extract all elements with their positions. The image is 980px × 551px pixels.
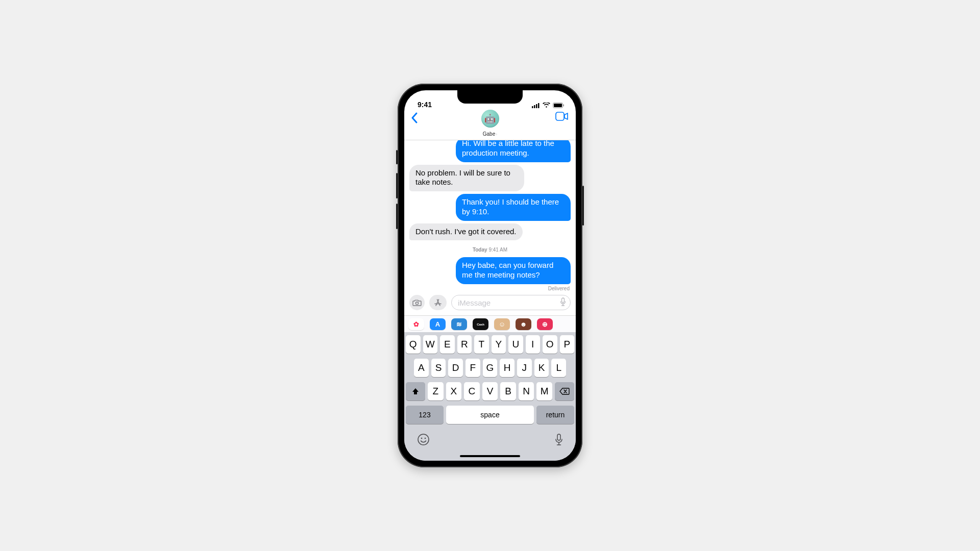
key-s[interactable]: S (431, 359, 446, 377)
battery-icon (553, 103, 565, 108)
key-d[interactable]: D (448, 359, 463, 377)
svg-rect-6 (564, 105, 564, 107)
key-j[interactable]: J (517, 359, 532, 377)
return-key[interactable]: return (536, 406, 574, 424)
key-i[interactable]: I (526, 335, 541, 354)
svg-rect-7 (556, 112, 564, 120)
svg-point-10 (418, 434, 429, 445)
key-y[interactable]: Y (492, 335, 506, 354)
appstore-app-icon[interactable]: A (430, 318, 446, 330)
cellular-icon (532, 103, 540, 108)
chevron-right-icon: › (496, 132, 497, 137)
hashtag-app-icon[interactable]: ⊕ (537, 318, 553, 330)
iphone-frame: 9:41 🤖 Gabe› (398, 84, 582, 467)
keyboard: QWERTYUIOP ASDFGHJKL ZXCVBNM 123 space r… (404, 332, 576, 461)
svg-rect-3 (538, 103, 540, 108)
message-input[interactable]: iMessage (451, 295, 571, 310)
home-indicator[interactable] (460, 455, 520, 457)
audio-app-icon[interactable]: ≋ (451, 318, 467, 330)
key-p[interactable]: P (560, 335, 575, 354)
key-v[interactable]: V (482, 382, 498, 400)
key-k[interactable]: K (534, 359, 549, 377)
shift-key[interactable] (406, 382, 425, 400)
message-received[interactable]: Don't rush. I've got it covered. (409, 223, 523, 241)
key-z[interactable]: Z (428, 382, 444, 400)
back-button[interactable] (410, 112, 419, 126)
emoji-key[interactable] (417, 433, 430, 448)
svg-point-11 (421, 438, 423, 439)
mic-icon[interactable] (560, 297, 566, 308)
svg-rect-13 (557, 434, 560, 440)
animoji-app-icon[interactable]: ☻ (516, 318, 531, 330)
key-f[interactable]: F (465, 359, 480, 377)
nav-bar: 🤖 Gabe› (404, 109, 576, 140)
key-o[interactable]: O (543, 335, 557, 354)
svg-rect-9 (562, 298, 565, 303)
key-t[interactable]: T (474, 335, 489, 354)
key-c[interactable]: C (464, 382, 480, 400)
space-key[interactable]: space (446, 406, 534, 424)
message-sent[interactable]: Thank you! I should be there by 9:10. (456, 194, 571, 221)
svg-point-12 (425, 438, 426, 439)
wifi-icon (543, 103, 550, 108)
svg-rect-0 (532, 106, 533, 108)
key-a[interactable]: A (414, 359, 429, 377)
key-n[interactable]: N (519, 382, 534, 400)
avatar: 🤖 (481, 110, 499, 128)
contact-name: Gabe (483, 131, 495, 137)
imessage-app-strip[interactable]: ✿A≋Cash☺☻⊕ (404, 315, 576, 332)
photos-app-icon[interactable]: ✿ (408, 318, 424, 330)
key-l[interactable]: L (551, 359, 566, 377)
dictation-key[interactable] (555, 434, 563, 448)
key-r[interactable]: R (457, 335, 472, 354)
contact-header[interactable]: 🤖 Gabe› (481, 110, 499, 138)
camera-button[interactable] (409, 295, 425, 310)
svg-point-8 (415, 302, 418, 304)
svg-rect-2 (536, 104, 537, 108)
key-q[interactable]: Q (406, 335, 421, 354)
key-x[interactable]: X (446, 382, 462, 400)
message-placeholder: iMessage (458, 298, 491, 307)
message-sent[interactable]: Hey babe, can you forward me the meeting… (456, 257, 571, 284)
timestamp-divider: Today 9:41 AM (409, 247, 571, 253)
messages-list[interactable]: Hi. Will be a little late to the product… (404, 140, 576, 293)
applecash-app-icon[interactable]: Cash (473, 318, 488, 330)
notch (457, 90, 523, 104)
facetime-button[interactable] (555, 112, 569, 123)
message-sent[interactable]: Hi. Will be a little late to the product… (456, 140, 571, 162)
key-h[interactable]: H (500, 359, 514, 377)
message-received[interactable]: No problem. I will be sure to take notes… (409, 165, 524, 192)
key-u[interactable]: U (508, 335, 523, 354)
delivered-label: Delivered (409, 286, 571, 291)
key-m[interactable]: M (536, 382, 552, 400)
svg-rect-1 (534, 105, 535, 108)
key-g[interactable]: G (483, 359, 498, 377)
svg-rect-5 (554, 104, 562, 107)
message-input-bar: iMessage (404, 293, 576, 315)
backspace-key[interactable] (555, 382, 574, 400)
key-w[interactable]: W (423, 335, 438, 354)
numbers-key[interactable]: 123 (406, 406, 444, 424)
status-time: 9:41 (418, 101, 432, 109)
appstore-button[interactable] (429, 295, 447, 310)
key-e[interactable]: E (440, 335, 455, 354)
key-b[interactable]: B (500, 382, 516, 400)
memoji-app-icon[interactable]: ☺ (494, 318, 510, 330)
